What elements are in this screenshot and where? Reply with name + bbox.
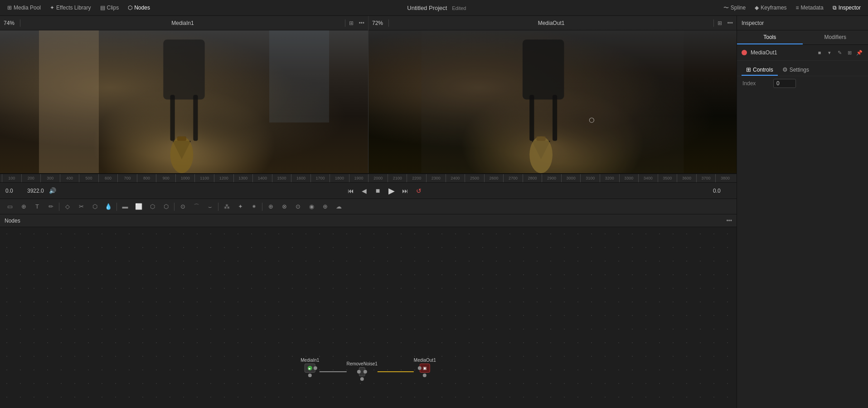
tool-remove[interactable]: ⊗	[278, 201, 291, 213]
tool-hex[interactable]: ⬡	[88, 201, 101, 213]
clips-icon: ▤	[100, 5, 105, 11]
inspector-subtab-settings[interactable]: ⚙ Settings	[778, 64, 814, 76]
node-removenoise1-out	[364, 370, 367, 374]
tool-circle[interactable]: ⊙	[176, 201, 189, 213]
tool-square[interactable]: ⬜	[132, 201, 145, 213]
ruler-tick: 1700	[310, 174, 330, 182]
tool-curve[interactable]: ⌣	[204, 201, 216, 213]
nav-media-pool[interactable]: ⊞ Media Pool	[4, 3, 44, 12]
index-value[interactable]: 0	[773, 79, 796, 88]
inspector-ctrl-edit[interactable]: ✎	[835, 49, 844, 57]
time-right: 0.0	[713, 188, 731, 194]
inspector-ctrl-copy[interactable]: ⊞	[845, 49, 853, 57]
nav-effects-library[interactable]: ✦ Effects Library	[46, 3, 94, 12]
nodes-canvas[interactable]: MediaIn1 ▶ Remov	[0, 227, 737, 408]
inspector-node-row: MediaOut1 ■ ▾ ✎ ⊞ 📌	[737, 45, 868, 61]
tool-brush[interactable]: ✦	[234, 201, 247, 213]
svg-rect-0	[163, 39, 204, 99]
tool-cut[interactable]: ✂	[75, 201, 87, 213]
node-mediain1-body[interactable]: ▶	[305, 364, 315, 373]
nav-clips[interactable]: ▤ Clips	[97, 3, 123, 12]
play-button[interactable]: ▶	[386, 185, 397, 196]
viewer-left-icon-grid[interactable]: ⊞	[349, 20, 354, 26]
inspector-ctrl-pin[interactable]: 📌	[855, 49, 863, 57]
tool-stamp[interactable]: ⁕	[247, 201, 260, 213]
ruler-tick: 900	[156, 174, 175, 182]
nav-keyframes[interactable]: ◆ Keyframes	[751, 3, 790, 12]
skip-to-start-button[interactable]: ⏮	[345, 185, 356, 196]
viewer-right-sep1	[388, 19, 389, 27]
tool-arc[interactable]: ⌒	[190, 201, 203, 213]
nav-spline[interactable]: 〜 Spline	[720, 3, 749, 13]
tool-text[interactable]: T	[31, 201, 44, 213]
connector-2-yellow	[378, 371, 414, 372]
inspector-tab-modifiers[interactable]: Modifiers	[803, 30, 868, 44]
ruler-tick: 2700	[503, 174, 523, 182]
nav-metadata[interactable]: ≡ Metadata	[792, 3, 827, 12]
node-mediaout1-bottom	[423, 374, 427, 377]
viewer-left-canvas[interactable]	[0, 30, 368, 173]
time-start: 0.0	[5, 188, 24, 194]
inspector-node-name: MediaOut1	[751, 49, 812, 56]
skip-to-end-button[interactable]: ⏭	[400, 185, 411, 196]
ruler-tick: 700	[117, 174, 137, 182]
spline-label: Spline	[731, 5, 746, 11]
project-title: Untitled Project	[407, 5, 447, 11]
svg-rect-1	[170, 95, 175, 141]
ruler-tick: 1900	[349, 174, 369, 182]
ruler-tick: 3000	[561, 174, 581, 182]
inspector-ctrl-square[interactable]: ■	[815, 49, 824, 57]
viewer-right-zoom: 72%	[372, 20, 383, 26]
ruler-tick: 600	[98, 174, 118, 182]
tool-select[interactable]: ▭	[4, 201, 16, 213]
ruler-tick: 200	[21, 174, 41, 182]
tool-move[interactable]: ⊕	[17, 201, 30, 213]
viewer-right-icon-grid[interactable]: ⊞	[718, 20, 722, 26]
loop-button[interactable]: ↺	[413, 185, 424, 196]
tool-merge[interactable]: ⊕	[319, 201, 331, 213]
nav-nodes[interactable]: ⬡ Nodes	[124, 3, 154, 12]
node-mediaout1-body[interactable]: ▣	[420, 364, 430, 373]
inspector-tab-tools[interactable]: Tools	[737, 30, 803, 44]
node-mediain1[interactable]: MediaIn1 ▶	[301, 358, 319, 377]
tool-3d[interactable]: ◉	[305, 201, 318, 213]
app-title-center: Untitled Project Edited	[155, 5, 718, 11]
ruler-tick: 3100	[580, 174, 600, 182]
nodes-icon: ⬡	[128, 5, 132, 11]
left-panel: 74% MediaIn1 ⊞ •••	[0, 16, 737, 408]
node-mediain1-label: MediaIn1	[301, 358, 319, 363]
tool-polygon[interactable]: ◇	[61, 201, 74, 213]
tool-cloud[interactable]: ☁	[332, 201, 345, 213]
tool-sep-1	[59, 203, 59, 211]
inspector-ctrl-chevron[interactable]: ▾	[825, 49, 834, 57]
video-area: 74% MediaIn1 ⊞ •••	[0, 16, 737, 174]
tool-eye[interactable]: ⊙	[291, 201, 304, 213]
volume-icon[interactable]: 🔊	[49, 187, 56, 194]
tool-drop[interactable]: 💧	[102, 201, 115, 213]
svg-rect-5	[177, 136, 186, 141]
tool-star[interactable]: ⁂	[220, 201, 233, 213]
tools-row: ▭ ⊕ T ✏ ◇ ✂ ⬡ 💧 ▬ ⬜ ⬡ ⬡ ⊙ ⌒ ⌣ ⁂ ✦ ⁕ ⊕ ⊗ …	[0, 199, 737, 214]
viewer-left-zoom: 74%	[4, 20, 15, 26]
tool-pen[interactable]: ✏	[44, 201, 57, 213]
inspector-subtab-controls[interactable]: ⊞ Controls	[742, 64, 778, 76]
metadata-icon: ≡	[796, 5, 799, 11]
tool-add[interactable]: ⊕	[264, 201, 277, 213]
viewer-right-canvas[interactable]	[369, 30, 737, 173]
tool-warp[interactable]: ⬡	[160, 201, 172, 213]
nodes-more-icon[interactable]: •••	[726, 218, 732, 224]
node-mediaout1[interactable]: MediaOut1 ▣	[414, 358, 436, 377]
ruler-tick: 2200	[407, 174, 426, 182]
tool-sep-5	[262, 203, 262, 211]
inspector-subtab-settings-label: Settings	[790, 67, 809, 73]
viewer-right-icon-more[interactable]: •••	[727, 20, 733, 26]
stop-button[interactable]: ■	[373, 185, 383, 196]
node-mediain1-play[interactable]: ▶	[308, 366, 312, 370]
tool-rect[interactable]: ▬	[119, 201, 131, 213]
nav-inspector[interactable]: ⧉ Inspector	[829, 3, 864, 12]
node-removenoise1-body[interactable]	[359, 367, 365, 376]
viewer-left-icon-more[interactable]: •••	[359, 20, 364, 26]
step-back-button[interactable]: ◀	[359, 185, 370, 196]
tool-crop[interactable]: ⬡	[146, 201, 159, 213]
node-removenoise1[interactable]: RemoveNoise1	[346, 354, 377, 381]
